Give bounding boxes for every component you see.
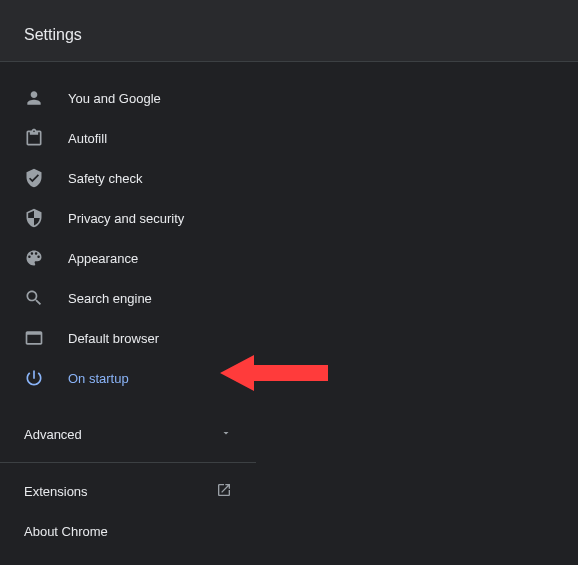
extensions-label: Extensions	[24, 484, 88, 499]
palette-icon	[24, 248, 44, 268]
sidebar-divider	[0, 462, 256, 463]
sidebar-item-label: Default browser	[68, 331, 159, 346]
person-icon	[24, 88, 44, 108]
power-icon	[24, 368, 44, 388]
sidebar-item-appearance[interactable]: Appearance	[0, 238, 256, 278]
sidebar-advanced-toggle[interactable]: Advanced	[0, 414, 256, 454]
sidebar-item-label: Autofill	[68, 131, 107, 146]
sidebar-item-about-chrome[interactable]: About Chrome	[0, 511, 256, 551]
sidebar-item-you-and-google[interactable]: You and Google	[0, 78, 256, 118]
sidebar-item-label: Appearance	[68, 251, 138, 266]
open-in-new-icon	[216, 482, 232, 501]
sidebar-item-default-browser[interactable]: Default browser	[0, 318, 256, 358]
sidebar-item-extensions[interactable]: Extensions	[0, 471, 256, 511]
search-icon	[24, 288, 44, 308]
clipboard-icon	[24, 128, 44, 148]
page-title: Settings	[24, 26, 82, 44]
settings-header: Settings	[0, 8, 578, 62]
browser-window-icon	[24, 328, 44, 348]
shield-icon	[24, 208, 44, 228]
sidebar-item-label: You and Google	[68, 91, 161, 106]
advanced-label: Advanced	[24, 427, 82, 442]
sidebar-item-label: On startup	[68, 371, 129, 386]
sidebar-item-label: Privacy and security	[68, 211, 184, 226]
sidebar-item-privacy-and-security[interactable]: Privacy and security	[0, 198, 256, 238]
sidebar-item-search-engine[interactable]: Search engine	[0, 278, 256, 318]
about-label: About Chrome	[24, 524, 108, 539]
shield-check-icon	[24, 168, 44, 188]
sidebar-item-label: Safety check	[68, 171, 142, 186]
sidebar-item-label: Search engine	[68, 291, 152, 306]
sidebar-item-safety-check[interactable]: Safety check	[0, 158, 256, 198]
settings-sidebar: You and Google Autofill Safety check Pri…	[0, 62, 256, 551]
sidebar-item-on-startup[interactable]: On startup	[0, 358, 256, 398]
chevron-down-icon	[220, 427, 232, 442]
sidebar-item-autofill[interactable]: Autofill	[0, 118, 256, 158]
window-top-strip	[0, 0, 578, 8]
